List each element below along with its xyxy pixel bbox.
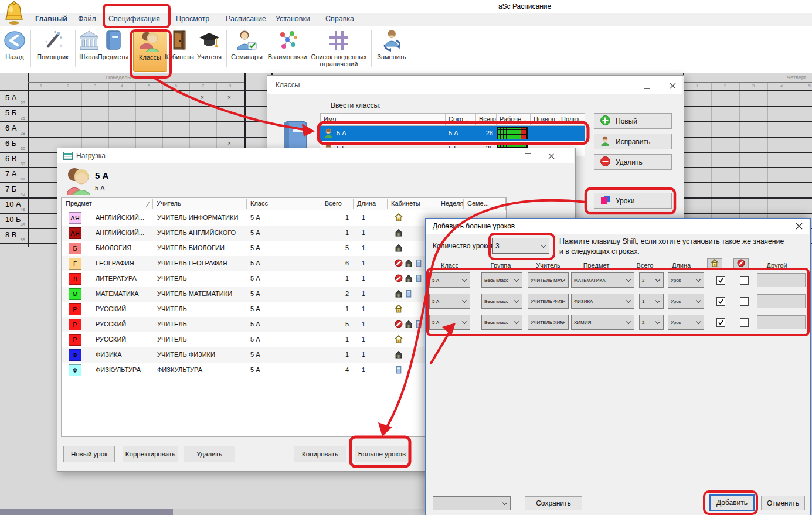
forbidden-room-checkbox[interactable] (740, 276, 749, 285)
close-icon[interactable] (793, 221, 806, 231)
toolbar-button-6[interactable]: Учителя (193, 29, 226, 71)
shared-icon (395, 228, 403, 237)
toolbar-button-9[interactable]: Список введенных ограничений (308, 29, 370, 71)
load-column-header[interactable]: Кабинеты (391, 200, 420, 207)
total-combo[interactable]: 1 (639, 294, 664, 309)
forbidden-room-column-button[interactable] (733, 258, 749, 270)
back-icon (3, 29, 26, 52)
home-room-checkbox[interactable] (716, 318, 725, 327)
teacher-combo[interactable]: УЧИТЕЛЬ ХИМ (528, 315, 569, 330)
subject-badge: М (69, 288, 81, 300)
more-lessons-button[interactable]: Больше уроков (355, 446, 409, 462)
classes-column-header[interactable]: Подго... (561, 115, 584, 122)
toolbar-button-1[interactable]: Помощник (31, 29, 74, 71)
add-button[interactable]: Добавить (709, 494, 755, 511)
minimize-button[interactable] (496, 151, 509, 161)
maximize-button[interactable] (521, 151, 534, 161)
bottom-combo[interactable] (433, 496, 511, 510)
other-field[interactable] (757, 273, 806, 287)
menu-item-5[interactable]: Установки (276, 15, 310, 23)
length-combo[interactable]: Урок (668, 315, 704, 330)
menu-item-3[interactable]: Просмотр (176, 15, 209, 23)
toolbar-button-3[interactable]: Предметы (94, 29, 132, 71)
other-field[interactable] (757, 294, 806, 308)
subject-badge: Р (69, 334, 81, 346)
classes-column-header[interactable]: Всего (479, 115, 496, 122)
toolbar-button-5[interactable]: Кабинеты (161, 29, 198, 71)
save-button[interactable]: Сохранить (525, 496, 582, 510)
menu-item-4[interactable]: Расписание (226, 15, 266, 23)
subject-combo[interactable]: МАТЕМАТИКА (571, 272, 634, 288)
teacher-combo[interactable]: УЧИТЕЛЬ МАТ (528, 272, 569, 288)
load-column-header[interactable]: Класс (250, 200, 268, 207)
home-room-column-button[interactable] (707, 258, 722, 270)
menu-item-6[interactable]: Справка (325, 15, 354, 23)
class-combo[interactable]: 5 А (429, 315, 470, 330)
menu-item-2[interactable]: Спецификация (108, 15, 160, 23)
load-column-header[interactable]: Неделя (441, 200, 463, 207)
person-icon (600, 136, 610, 148)
home-room-checkbox[interactable] (716, 276, 725, 285)
classes-dialog-title: Классы (276, 81, 300, 89)
load-column-header[interactable]: Длина (357, 200, 376, 207)
other-field[interactable] (757, 315, 806, 329)
delete-class-button[interactable]: Удалить (594, 154, 672, 170)
horizontal-scrollbar-thumb[interactable] (0, 509, 173, 515)
new-class-button[interactable]: Новый (594, 113, 672, 129)
close-icon[interactable] (545, 151, 558, 161)
minus-icon (600, 156, 610, 168)
classes-column-header[interactable]: Сокр... (449, 115, 468, 122)
home-icon (395, 335, 403, 343)
menu-item-1[interactable]: Файл (78, 15, 96, 23)
add-column-header: Учитель (536, 262, 560, 269)
forbidden-room-checkbox[interactable] (740, 318, 749, 327)
menu-item-0[interactable]: Главный (35, 15, 67, 23)
subject-combo[interactable]: ФИЗИКА (571, 294, 634, 309)
subjects-icon (104, 29, 122, 52)
class-row-label: 6 Б30 (0, 137, 28, 152)
delete-button[interactable]: Удалить (184, 446, 235, 462)
close-icon[interactable] (666, 80, 679, 91)
class-combo[interactable]: 5 А (429, 294, 470, 309)
new-lesson-button[interactable]: Новый урок (63, 446, 115, 462)
minimize-button[interactable] (614, 80, 627, 91)
group-combo[interactable]: Весь класс (481, 294, 522, 309)
teacher-combo[interactable]: УЧИТЕЛЬ ФИЗ (528, 294, 569, 309)
home-room-checkbox[interactable] (716, 297, 725, 306)
load-column-header[interactable]: Семе... (467, 200, 489, 207)
load-column-header[interactable]: Предмет (66, 200, 92, 207)
classes-table-row[interactable]: 5 А5 А28 (320, 126, 585, 141)
length-combo[interactable]: Урок (668, 294, 704, 309)
class-combo[interactable]: 5 А (429, 272, 470, 288)
period-label: 7 (197, 83, 209, 88)
classes-column-header[interactable]: Рабоче... (500, 115, 526, 122)
ban-icon (737, 259, 745, 270)
correct-button[interactable]: Корректировать (123, 446, 178, 462)
classes-column-header[interactable]: Позвол... (534, 115, 560, 122)
lesson-count-value: 3 (495, 242, 500, 250)
lessons-button[interactable]: Уроки (594, 193, 672, 209)
group-combo[interactable]: Весь класс (481, 272, 522, 288)
group-combo[interactable]: Весь класс (481, 315, 522, 330)
toolbar-button-8[interactable]: Взаимосвязи (262, 29, 312, 71)
replace-icon (380, 29, 403, 52)
classes-column-header[interactable]: Имя (324, 115, 336, 122)
maximize-button[interactable] (640, 80, 653, 91)
load-column-header[interactable]: Всего (325, 200, 342, 207)
home-icon (395, 213, 403, 221)
edit-class-button[interactable]: Исправить (594, 134, 672, 149)
lesson-count-combo[interactable]: 3 (492, 238, 549, 254)
class-row-label: 5 А28 (0, 91, 28, 106)
load-column-header[interactable]: Учитель (157, 200, 181, 207)
length-combo[interactable]: Урок (668, 272, 704, 288)
toolbar-button-0[interactable]: Назад (0, 29, 32, 71)
total-combo[interactable]: 2 (639, 315, 664, 330)
subject-combo[interactable]: ХИМИЯ (571, 315, 634, 330)
toolbar-button-10[interactable]: Заменить (372, 29, 411, 71)
forbidden-room-checkbox[interactable] (740, 297, 749, 306)
copy-button[interactable]: Копировать (294, 446, 346, 462)
cancel-button[interactable]: Отменить (761, 496, 805, 510)
constraints-icon (328, 29, 349, 52)
subject-badge: Р (69, 319, 81, 330)
total-combo[interactable]: 2 (639, 272, 664, 288)
